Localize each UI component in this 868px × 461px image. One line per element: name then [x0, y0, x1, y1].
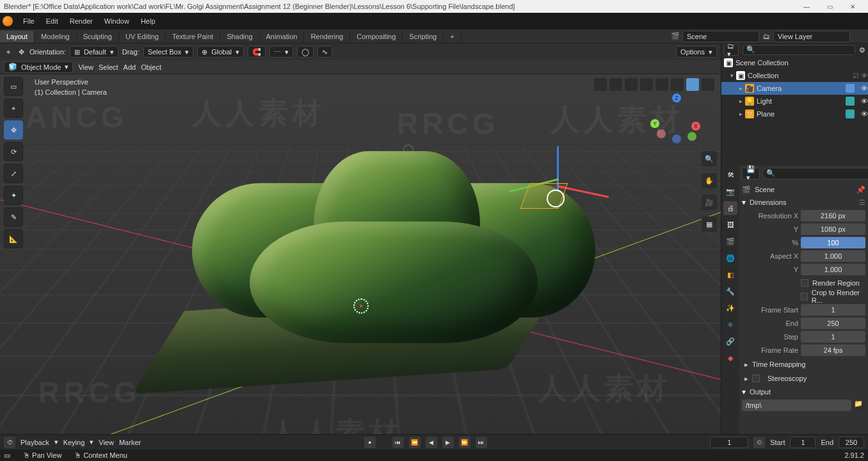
layer-selector[interactable]: View Layer: [773, 31, 850, 42]
preview-range-icon[interactable]: ⏲: [753, 437, 765, 448]
ptab-tool[interactable]: 🛠: [723, 168, 737, 182]
transform-space-dropdown[interactable]: ⊕Global▾: [197, 46, 244, 58]
tree-scene-collection[interactable]: ▣ Scene Collection: [721, 56, 868, 69]
outliner-search[interactable]: [743, 45, 855, 55]
tab-sculpting[interactable]: Sculpting: [77, 31, 119, 42]
properties-search[interactable]: [762, 168, 868, 179]
tab-add[interactable]: +: [444, 31, 461, 42]
nav-y-icon[interactable]: Y: [650, 119, 659, 128]
menu-help[interactable]: Help: [136, 15, 161, 27]
time-remapping-header[interactable]: ▸ Time Remapping: [742, 357, 865, 371]
tree-item-light[interactable]: ▸ 💡 Light 👁: [721, 95, 868, 108]
shading-rendered[interactable]: [702, 78, 714, 91]
output-path-field[interactable]: /tmp\: [742, 400, 851, 411]
outliner-display-mode[interactable]: 🗂▾: [724, 44, 739, 56]
tree-item-plane[interactable]: ▸ ▽ Plane 👁: [721, 108, 868, 120]
landscape-mesh[interactable]: [128, 151, 576, 407]
tab-compositing[interactable]: Compositing: [350, 31, 403, 42]
xray-toggle[interactable]: [640, 78, 653, 91]
autokey-toggle[interactable]: ●: [364, 437, 376, 448]
shading-solid[interactable]: [671, 78, 684, 91]
ptab-particles[interactable]: ✨: [723, 301, 737, 315]
nav-negx-icon[interactable]: [657, 129, 666, 138]
menu-window[interactable]: Window: [99, 15, 134, 27]
nav-negy-icon[interactable]: [687, 132, 696, 141]
ptab-modifier[interactable]: 🔧: [723, 284, 737, 298]
perspective-toggle[interactable]: ▦: [702, 216, 717, 232]
chk-render-region[interactable]: [801, 279, 808, 287]
ptab-viewlayer[interactable]: 🖼: [723, 218, 737, 232]
nav-x-icon[interactable]: X: [691, 122, 700, 131]
snap-target-dropdown[interactable]: ⋯▾: [269, 46, 293, 58]
shading-material[interactable]: [686, 78, 699, 91]
framerate-field[interactable]: 24 fps: [801, 344, 865, 356]
key-next[interactable]: ⏩: [459, 437, 470, 448]
disclosure-icon[interactable]: ▸: [739, 98, 743, 104]
camera-view-button[interactable]: 🎥: [702, 195, 717, 210]
tool-transform[interactable]: ✦: [4, 186, 23, 205]
menu-select[interactable]: Select: [99, 63, 118, 71]
play-fwd[interactable]: ▶: [442, 437, 454, 448]
tool-scale[interactable]: ⤢: [4, 164, 23, 183]
ptab-data[interactable]: ◆: [723, 351, 737, 365]
tool-select-box[interactable]: ▭: [4, 77, 23, 96]
orientation-dropdown[interactable]: ⊞Default▾: [70, 46, 118, 58]
nav-z-icon[interactable]: Z: [672, 93, 681, 102]
ptab-world[interactable]: 🌐: [723, 251, 737, 265]
tl-playback[interactable]: Playback: [20, 439, 49, 446]
chk-stereoscopy[interactable]: [752, 375, 760, 382]
proportional-falloff[interactable]: ∿: [317, 46, 332, 58]
tab-uvediting[interactable]: UV Editing: [119, 31, 166, 42]
menu-render[interactable]: Render: [65, 15, 98, 27]
tool-measure[interactable]: 📐: [4, 229, 23, 248]
tree-collection[interactable]: ▾ ▣ Collection ☑ 👁: [721, 69, 868, 82]
tab-texpaint[interactable]: Texture Paint: [166, 31, 220, 42]
tool-move[interactable]: ✥: [4, 120, 23, 140]
scene-selector[interactable]: Scene: [682, 31, 759, 42]
jump-start[interactable]: ⏮: [392, 437, 404, 448]
3d-viewport[interactable]: User Perspective (1) Collection | Camera…: [0, 74, 721, 434]
output-header[interactable]: ▾ Output: [742, 385, 865, 398]
zoom-button[interactable]: 🔍: [702, 151, 717, 166]
properties-datapath[interactable]: 💾▾: [742, 168, 760, 179]
ptab-output[interactable]: 🖨: [723, 201, 737, 215]
disclosure-icon[interactable]: ▾: [730, 72, 734, 79]
scene-browse-icon[interactable]: 🎬: [671, 32, 680, 41]
pin-icon[interactable]: 📌: [856, 186, 865, 194]
gizmo-toggle[interactable]: [609, 78, 622, 91]
new-layer-button[interactable]: [853, 31, 864, 42]
view-object-types[interactable]: [594, 78, 607, 91]
close-button[interactable]: ✕: [841, 0, 864, 13]
aspx-field[interactable]: 1.000: [801, 250, 865, 262]
ptab-object[interactable]: ◧: [723, 268, 737, 282]
end-frame-field[interactable]: 250: [839, 437, 864, 448]
navigation-gizmo[interactable]: X Y Z: [650, 93, 702, 145]
jump-end[interactable]: ⏭: [476, 437, 487, 448]
tl-keying[interactable]: Keying: [63, 439, 85, 446]
pan-button[interactable]: ✋: [702, 173, 717, 188]
options-dropdown[interactable]: Options▾: [676, 46, 717, 58]
snap-toggle[interactable]: 🧲: [248, 46, 266, 58]
ptab-constraints[interactable]: 🔗: [723, 334, 737, 348]
tl-marker[interactable]: Marker: [119, 439, 141, 446]
overlay-toggle[interactable]: [625, 78, 638, 91]
respct-field[interactable]: 100: [801, 237, 865, 248]
tab-scripting[interactable]: Scripting: [403, 31, 444, 42]
drag-dropdown[interactable]: Select Box▾: [143, 46, 194, 58]
disclosure-icon[interactable]: ▸: [739, 85, 743, 92]
current-frame-field[interactable]: 1: [710, 437, 748, 448]
aspy-field[interactable]: 1.000: [801, 264, 865, 275]
tl-view[interactable]: View: [99, 439, 114, 446]
outliner-filter-icon[interactable]: ⚙: [859, 45, 865, 54]
frame-end-field[interactable]: 250: [801, 318, 865, 329]
menu-file[interactable]: File: [18, 15, 40, 27]
play-rev[interactable]: ◀: [426, 437, 437, 448]
resx-field[interactable]: 2160 px: [801, 210, 865, 222]
menu-edit[interactable]: Edit: [41, 15, 63, 27]
folder-browse-icon[interactable]: 📁: [854, 400, 865, 411]
nav-negz-icon[interactable]: [672, 134, 681, 143]
tree-item-camera[interactable]: ▸ 🎥 Camera 👁: [721, 82, 868, 95]
transform-tool-icon[interactable]: ✥: [17, 47, 26, 56]
tab-modeling[interactable]: Modeling: [35, 31, 77, 42]
tool-rotate[interactable]: ⟳: [4, 142, 23, 161]
